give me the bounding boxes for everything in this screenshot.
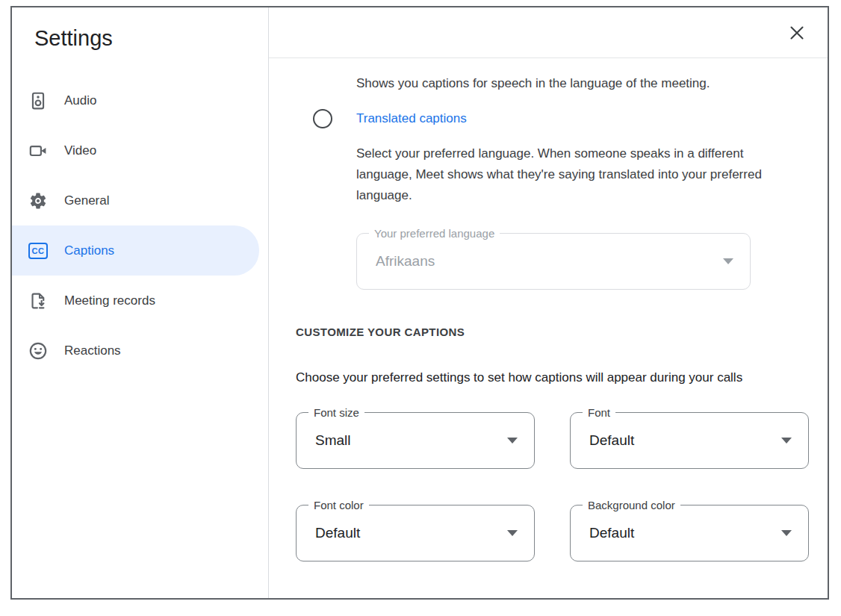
closed-captions-icon: CC [28, 241, 48, 261]
dropdown-arrow-icon [781, 530, 792, 536]
dialog-title: Settings [34, 25, 268, 51]
sidebar-item-reactions[interactable]: Reactions [12, 326, 268, 376]
background-color-value: Default [589, 525, 634, 541]
sidebar-item-label: Video [64, 143, 96, 158]
preferred-language-label: Your preferred language [369, 226, 500, 240]
settings-sidebar: Settings Audio [12, 7, 269, 598]
font-color-label: Font color [308, 498, 369, 512]
customize-section-heading: CUSTOMIZE YOUR CAPTIONS [296, 326, 808, 339]
meeting-language-description: Shows you captions for speech in the lan… [356, 75, 808, 93]
sidebar-item-label: Reactions [64, 343, 121, 358]
dropdown-arrow-icon [507, 438, 518, 444]
sidebar-item-label: Audio [64, 93, 96, 108]
translated-captions-description: Select your preferred language. When som… [356, 143, 793, 206]
panel-body: Shows you captions for speech in the lan… [269, 58, 828, 598]
caption-style-grid: Font size Small Font Default Font color … [296, 412, 808, 561]
sidebar-item-meeting-records[interactable]: Meeting records [12, 276, 268, 326]
font-color-value: Default [315, 525, 360, 541]
preferred-language-select: Your preferred language Afrikaans [356, 233, 751, 290]
smiley-icon [28, 341, 48, 361]
sidebar-item-video[interactable]: Video [12, 125, 268, 175]
sidebar-item-label: Captions [64, 243, 114, 258]
sidebar-item-audio[interactable]: Audio [12, 75, 268, 125]
close-icon [788, 24, 806, 42]
sidebar-item-captions[interactable]: CC Captions [12, 225, 259, 276]
translated-captions-option[interactable]: Translated captions [313, 109, 808, 128]
settings-nav: Audio Video General [12, 75, 268, 376]
sidebar-item-general[interactable]: General [12, 175, 268, 225]
preferred-language-value: Afrikaans [376, 253, 435, 270]
font-color-select[interactable]: Font color Default [296, 505, 535, 561]
gear-icon [28, 191, 48, 211]
file-download-icon [28, 291, 48, 311]
font-label: Font [583, 405, 615, 420]
customize-section-description: Choose your preferred settings to set ho… [296, 367, 811, 388]
videocam-icon [28, 141, 48, 161]
close-button[interactable] [784, 20, 810, 46]
radio-button-icon[interactable] [313, 109, 332, 128]
translated-captions-label: Translated captions [356, 111, 467, 126]
font-value: Default [589, 432, 634, 449]
sidebar-item-label: General [64, 193, 109, 208]
sidebar-item-label: Meeting records [64, 293, 155, 308]
dropdown-arrow-icon [507, 530, 518, 536]
dropdown-arrow-icon [781, 438, 792, 444]
background-color-select[interactable]: Background color Default [570, 505, 809, 561]
captions-panel: Shows you captions for speech in the lan… [269, 7, 828, 598]
font-select[interactable]: Font Default [570, 412, 809, 469]
dropdown-arrow-icon [723, 258, 733, 264]
panel-header [269, 7, 828, 58]
font-size-select[interactable]: Font size Small [296, 412, 535, 469]
settings-dialog: Settings Audio [10, 6, 829, 600]
font-size-label: Font size [308, 405, 364, 420]
speaker-icon [28, 91, 48, 111]
font-size-value: Small [315, 432, 351, 449]
background-color-label: Background color [583, 498, 680, 512]
